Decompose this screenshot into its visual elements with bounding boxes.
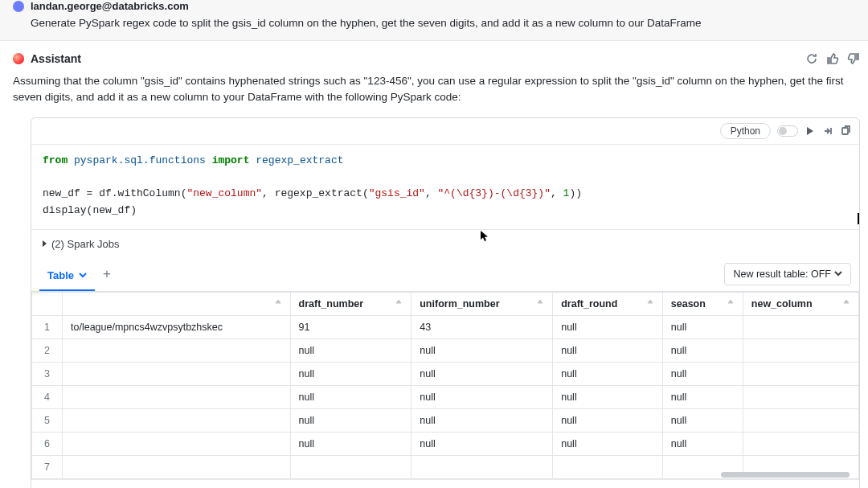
chevron-down-icon (79, 269, 87, 281)
table-cell: 43 (411, 315, 553, 338)
table-cell: null (553, 432, 663, 455)
table-cell (63, 338, 291, 362)
table-row[interactable]: 1to/league/mpncs4wzvpsytbzhskec9143nulln… (32, 315, 859, 338)
table-cell (290, 455, 411, 478)
result-table[interactable]: draft_number uniform_number draft_round (31, 292, 859, 479)
table-row[interactable]: 3nullnullnullnull (32, 362, 859, 385)
assistant-avatar-icon (13, 53, 24, 64)
row-number: 6 (32, 432, 63, 455)
code-token: "new_column" (186, 187, 262, 199)
language-pill[interactable]: Python (720, 123, 771, 139)
code-token: new_df = df.withColumn( (43, 187, 186, 199)
sort-icon[interactable] (274, 298, 282, 310)
horizontal-scrollbar[interactable] (721, 472, 850, 478)
copy-icon[interactable] (840, 125, 851, 137)
table-cell (63, 408, 291, 432)
row-number: 5 (32, 408, 63, 432)
code-token: "gsis_id" (369, 187, 425, 199)
sort-icon[interactable] (842, 298, 850, 310)
table-cell: null (662, 385, 743, 408)
column-label: new_column (751, 298, 813, 310)
result-table-wrap: draft_number uniform_number draft_round (31, 292, 859, 479)
thumbs-up-icon[interactable] (826, 52, 839, 65)
col-draft-round[interactable]: draft_round (553, 292, 663, 315)
user-message: landan.george@databricks.com Generate Py… (0, 0, 868, 41)
sort-icon[interactable] (727, 298, 735, 310)
col-draft-number[interactable]: draft_number (290, 292, 411, 315)
col-rownum[interactable] (32, 292, 63, 315)
tab-table[interactable]: Table (39, 258, 95, 291)
table-cell (743, 338, 858, 362)
caret-right-icon (43, 240, 47, 247)
table-cell: null (662, 338, 743, 362)
thumbs-down-icon[interactable] (847, 52, 860, 65)
table-cell (743, 385, 858, 408)
table-cell: null (553, 385, 663, 408)
assistant-response-text: Assuming that the column "gsis_id" conta… (13, 73, 860, 106)
table-cell (63, 385, 291, 408)
column-label: draft_round (561, 298, 617, 310)
code-editor[interactable]: from pyspark.sql.functions import regexp… (31, 145, 859, 229)
col-season[interactable]: season (662, 292, 743, 315)
column-label: uniform_number (420, 298, 499, 310)
table-row[interactable]: 4nullnullnullnull (32, 385, 859, 408)
add-tab-button[interactable]: + (95, 258, 119, 290)
assistant-message: Assistant Assuming that the column "gsis… (0, 41, 868, 488)
regenerate-icon[interactable] (805, 52, 818, 65)
table-row[interactable]: 2nullnullnullnull (32, 338, 859, 362)
user-email: landan.george@databricks.com (31, 0, 189, 12)
table-cell (553, 455, 663, 478)
table-cell: null (662, 362, 743, 385)
table-cell: null (411, 362, 553, 385)
col-new-column[interactable]: new_column (743, 292, 858, 315)
column-label: season (671, 298, 706, 310)
sort-icon[interactable] (536, 298, 544, 310)
spark-jobs-label: (2) Spark Jobs (51, 238, 120, 250)
code-token: )) (569, 187, 582, 199)
table-cell (63, 362, 291, 385)
row-number: 3 (32, 362, 63, 385)
result-footer: 7,127 rows | Truncated data | 32.50 seco… (31, 479, 859, 488)
result-toggle-label: New result table: OFF (733, 269, 831, 280)
new-result-table-toggle[interactable]: New result table: OFF (724, 263, 851, 285)
assistant-name: Assistant (31, 52, 81, 65)
table-row[interactable]: 6nullnullnullnull (32, 432, 859, 455)
spark-jobs-toggle[interactable]: (2) Spark Jobs (31, 229, 859, 258)
table-row[interactable]: 5nullnullnullnull (32, 408, 859, 432)
table-cell: null (411, 385, 553, 408)
column-label: draft_number (299, 298, 364, 310)
text-caret-icon (858, 213, 859, 224)
table-cell: null (553, 338, 663, 362)
table-cell: to/league/mpncs4wzvpsytbzhskec (63, 315, 291, 338)
table-cell: null (290, 385, 411, 408)
col-uniform-number[interactable]: uniform_number (411, 292, 553, 315)
code-token: , regexp_extract( (262, 187, 369, 199)
code-token: pyspark.sql.functions (68, 154, 211, 166)
table-cell (63, 455, 291, 478)
table-cell: null (411, 432, 553, 455)
code-token: display(new_df) (43, 204, 137, 216)
output-tabs: Table + New result table: OFF (31, 258, 859, 292)
table-cell: null (290, 338, 411, 362)
row-number: 1 (32, 315, 63, 338)
table-cell: null (290, 408, 411, 432)
cell-toolbar: Python (31, 118, 859, 145)
table-cell (743, 408, 858, 432)
code-token: , (551, 187, 563, 199)
table-cell (411, 455, 553, 478)
table-cell: null (662, 315, 743, 338)
sort-icon[interactable] (395, 298, 403, 310)
table-cell: null (662, 432, 743, 455)
code-token: import (212, 154, 250, 166)
table-cell: null (553, 362, 663, 385)
run-icon[interactable] (805, 125, 816, 137)
table-cell: null (290, 432, 411, 455)
sort-icon[interactable] (646, 298, 654, 310)
col-hidden[interactable] (63, 292, 291, 315)
svg-rect-0 (842, 128, 848, 134)
toggle-icon[interactable] (777, 125, 798, 137)
table-cell (63, 432, 291, 455)
table-cell: 91 (290, 315, 411, 338)
table-header-row: draft_number uniform_number draft_round (32, 292, 859, 315)
more-icon[interactable] (822, 125, 833, 137)
